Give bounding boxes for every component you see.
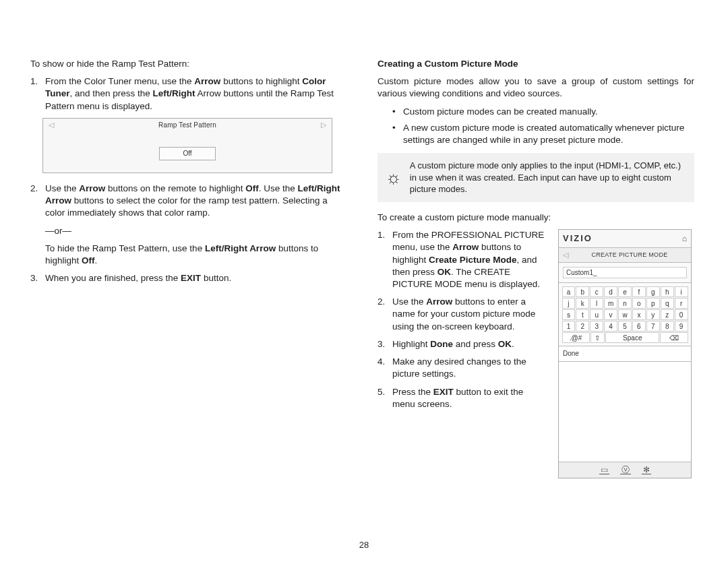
wide-icon: ▭ bbox=[599, 466, 609, 474]
kbd-key: n bbox=[618, 298, 632, 309]
left-step-1: 1. From the Color Tuner menu, use the Ar… bbox=[30, 75, 347, 113]
kbd-key: g bbox=[646, 286, 660, 297]
lightbulb-icon: ☼ bbox=[386, 166, 402, 189]
kbd-row-3: stuvwxyz0 bbox=[562, 309, 688, 320]
kbd-key: i bbox=[675, 286, 688, 297]
two-column-layout: To show or hide the Ramp Test Pattern: 1… bbox=[30, 58, 698, 478]
right-step-1: 1. From the PROFESSIONAL PICTURE menu, u… bbox=[377, 229, 546, 290]
gear-icon: ✻ bbox=[642, 466, 651, 474]
tip-callout: ☼ A custom picture mode only applies to … bbox=[377, 153, 694, 202]
kbd-key: 5 bbox=[618, 321, 632, 332]
left-steps-3: 3. When you are finished, press the EXIT… bbox=[30, 272, 347, 284]
home-icon: ⌂ bbox=[682, 233, 687, 244]
manual-page: To show or hide the Ramp Test Pattern: 1… bbox=[0, 0, 728, 562]
kbd-key: b bbox=[576, 286, 589, 297]
vizio-screen-title: CREATE PICTURE MODE bbox=[572, 251, 687, 259]
kbd-key: 0 bbox=[675, 309, 688, 320]
vizio-create-picture-mode-panel: VIZIO ⌂ ◁ CREATE PICTURE MODE Custom1_ a… bbox=[558, 229, 692, 478]
on-screen-keyboard: abcdefghi jklmnopqr stuvwxyz0 123456789 … bbox=[559, 283, 691, 346]
ramp-title-row: ◁ Ramp Test Pattern ▷ bbox=[43, 119, 332, 131]
kbd-key: q bbox=[661, 298, 674, 309]
kbd-key: 8 bbox=[661, 321, 674, 332]
right-column: Creating a Custom Picture Mode Custom pi… bbox=[377, 58, 694, 478]
vizio-logo: VIZIO bbox=[563, 232, 593, 245]
kbd-key: e bbox=[618, 286, 632, 297]
kbd-symbols-key: .@# bbox=[562, 332, 590, 343]
ramp-off-button: Off bbox=[159, 147, 216, 160]
kbd-key: c bbox=[590, 286, 603, 297]
kbd-key: v bbox=[604, 309, 617, 320]
right-heading: Creating a Custom Picture Mode bbox=[377, 58, 694, 70]
kbd-key: t bbox=[576, 309, 589, 320]
kbd-space-key: Space bbox=[605, 332, 659, 343]
vizio-blank-area bbox=[559, 362, 691, 462]
left-step-3: 3. When you are finished, press the EXIT… bbox=[30, 272, 347, 284]
kbd-key: r bbox=[675, 298, 688, 309]
hide-ramp-text: To hide the Ramp Test Pattern, use the L… bbox=[30, 243, 347, 267]
tip-text: A custom picture mode only applies to th… bbox=[410, 160, 686, 195]
ramp-test-pattern-panel: ◁ Ramp Test Pattern ▷ Off bbox=[42, 118, 332, 173]
kbd-key: 2 bbox=[576, 321, 589, 332]
right-steps: 1. From the PROFESSIONAL PICTURE menu, u… bbox=[377, 229, 546, 410]
kbd-key: 1 bbox=[562, 321, 576, 332]
kbd-row-1: abcdefghi bbox=[562, 286, 688, 297]
arrow-right-icon: ▷ bbox=[321, 120, 326, 130]
back-arrow-icon: ◁ bbox=[563, 250, 568, 260]
kbd-key: z bbox=[661, 309, 674, 320]
vizio-name-input: Custom1_ bbox=[563, 267, 687, 279]
left-steps: 1. From the Color Tuner menu, use the Ar… bbox=[30, 75, 347, 113]
kbd-row-2: jklmnopqr bbox=[562, 297, 688, 309]
vizio-breadcrumb: ◁ CREATE PICTURE MODE bbox=[559, 248, 691, 263]
kbd-key: 4 bbox=[604, 321, 617, 332]
or-separator: —or— bbox=[30, 225, 347, 237]
ramp-panel-title: Ramp Test Pattern bbox=[54, 121, 321, 130]
left-steps-cont: 2. Use the Arrow buttons on the remote t… bbox=[30, 183, 347, 220]
left-column: To show or hide the Ramp Test Pattern: 1… bbox=[30, 58, 347, 478]
kbd-key: y bbox=[646, 309, 660, 320]
right-split: 1. From the PROFESSIONAL PICTURE menu, u… bbox=[377, 229, 694, 478]
kbd-row-4: 123456789 bbox=[562, 320, 688, 332]
kbd-key: 6 bbox=[632, 321, 646, 332]
kbd-key: o bbox=[632, 298, 646, 309]
right-step-5: 5. Press the EXIT button to exit the men… bbox=[377, 386, 546, 410]
bullet-1: Custom picture modes can be created manu… bbox=[377, 106, 694, 118]
vizio-done-row: Done bbox=[559, 346, 691, 362]
vizio-top-bar: VIZIO ⌂ bbox=[559, 230, 691, 248]
vizio-bottom-bar: ▭ ⓥ ✻ bbox=[559, 462, 691, 478]
kbd-key: k bbox=[576, 298, 589, 309]
kbd-key: x bbox=[632, 309, 646, 320]
right-bullets: Custom picture modes can be created manu… bbox=[377, 106, 694, 147]
left-step-2: 2. Use the Arrow buttons on the remote t… bbox=[30, 183, 347, 220]
kbd-backspace-key: ⌫ bbox=[660, 332, 688, 343]
left-intro: To show or hide the Ramp Test Pattern: bbox=[30, 58, 347, 70]
right-step-3: 3. Highlight Done and press OK. bbox=[377, 338, 546, 350]
kbd-row-5: .@# ⇧ Space ⌫ bbox=[562, 332, 688, 343]
kbd-key: d bbox=[604, 286, 617, 297]
right-steps-text: 1. From the PROFESSIONAL PICTURE menu, u… bbox=[377, 229, 546, 416]
right-step-4: 4. Make any desired changes to the pictu… bbox=[377, 356, 546, 380]
kbd-key: w bbox=[618, 309, 632, 320]
kbd-key: j bbox=[562, 298, 576, 309]
arrow-left-icon: ◁ bbox=[49, 120, 54, 130]
kbd-key: u bbox=[590, 309, 603, 320]
v-icon: ⓥ bbox=[620, 466, 631, 474]
vizio-name-input-row: Custom1_ bbox=[559, 263, 691, 284]
kbd-shift-key: ⇧ bbox=[590, 332, 605, 343]
kbd-key: a bbox=[562, 286, 576, 297]
kbd-key: f bbox=[632, 286, 646, 297]
right-intro: Custom picture modes allow you to save a… bbox=[377, 75, 694, 100]
bullet-2: A new custom picture mode is created aut… bbox=[377, 122, 694, 146]
right-lead: To create a custom picture mode manually… bbox=[377, 212, 694, 224]
kbd-key: 9 bbox=[675, 321, 688, 332]
page-number: 28 bbox=[0, 540, 728, 550]
kbd-key: s bbox=[562, 309, 576, 320]
kbd-key: l bbox=[590, 298, 603, 309]
kbd-key: m bbox=[604, 298, 617, 309]
kbd-key: 7 bbox=[646, 321, 660, 332]
right-step-2: 2. Use the Arrow buttons to enter a name… bbox=[377, 296, 546, 333]
kbd-key: p bbox=[646, 298, 660, 309]
kbd-key: h bbox=[661, 286, 674, 297]
kbd-key: 3 bbox=[590, 321, 603, 332]
